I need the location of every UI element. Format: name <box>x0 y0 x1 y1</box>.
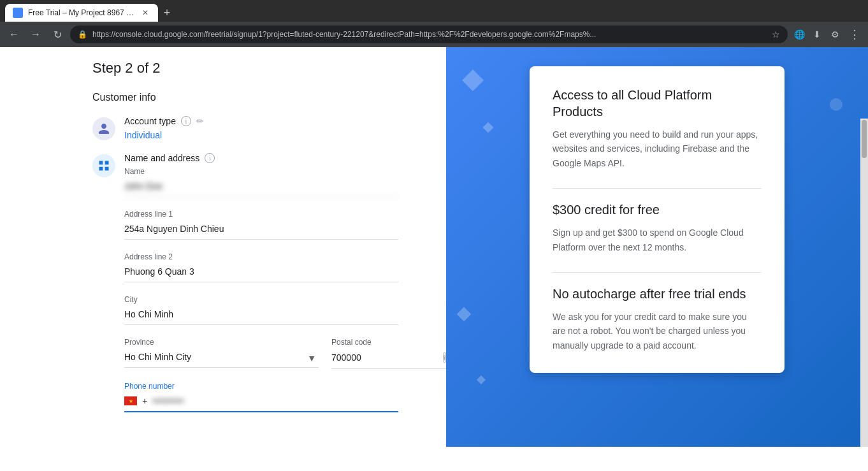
grid-svg <box>98 159 110 172</box>
promo-item-1: Access to all Cloud Platform Products Ge… <box>553 87 762 170</box>
left-panel: Step 2 of 2 Customer info Account type i… <box>0 47 446 447</box>
promo-item-2: $300 credit for free Sign up and get $30… <box>553 201 762 254</box>
promo-divider-1 <box>553 188 762 189</box>
vietnam-flag-icon <box>124 396 137 405</box>
ext-icon-1[interactable]: 🌐 <box>792 27 807 42</box>
name-address-info-icon[interactable]: i <box>205 153 215 163</box>
reload-button[interactable]: ↻ <box>48 25 66 43</box>
promo-item-1-title: Access to all Cloud Platform Products <box>553 87 762 120</box>
province-postal-row: Province Ho Chi Minh City ▼ Postal code … <box>124 338 446 369</box>
account-type-icon <box>92 117 115 140</box>
promo-item-2-title: $300 credit for free <box>553 201 762 218</box>
promo-item-3-desc: We ask you for your credit card to make … <box>553 310 762 352</box>
new-tab-button[interactable]: + <box>158 4 176 22</box>
person-svg <box>98 122 110 135</box>
address-bar-row: ← → ↻ 🔒 https://console.cloud.google.com… <box>0 22 868 47</box>
address-bar[interactable]: 🔒 https://console.cloud.google.com/freet… <box>70 25 788 43</box>
address1-label: Address line 1 <box>124 210 446 219</box>
ext-icon-3[interactable]: ⚙ <box>827 27 843 42</box>
active-tab[interactable]: Free Trial – My Project 8967 – G... ✕ <box>5 4 158 22</box>
promo-item-1-desc: Get everything you need to build and run… <box>553 127 762 170</box>
extension-icons: 🌐 ⬇ ⚙ <box>792 27 843 42</box>
address1-value[interactable]: 254a Nguyen Dinh Chieu <box>124 221 398 240</box>
province-label: Province <box>124 338 319 347</box>
account-type-edit-icon[interactable]: ✏ <box>196 116 204 126</box>
promo-item-3-title: No autocharge after free trial ends <box>553 286 762 302</box>
step-title: Step 2 of 2 <box>92 60 446 76</box>
name-address-label: Name and address <box>124 153 199 163</box>
customer-info-title: Customer info <box>92 92 446 103</box>
postal-input-wrapper: i <box>331 349 446 369</box>
promo-divider-2 <box>553 272 762 273</box>
name-value[interactable]: John Doe <box>124 178 398 197</box>
city-value[interactable]: Ho Chi Minh <box>124 307 398 325</box>
name-address-section: Name and address i Name John Doe Address… <box>92 153 446 425</box>
tab-title: Free Trial – My Project 8967 – G... <box>28 8 135 17</box>
account-type-section: Account type i ✏ Individual <box>92 116 446 140</box>
scrollbar-thumb[interactable] <box>862 120 867 158</box>
phone-number[interactable]: •••••••••• <box>152 396 398 406</box>
phone-label: Phone number <box>124 382 446 391</box>
address1-field-group: Address line 1 254a Nguyen Dinh Chieu <box>124 210 446 240</box>
right-panel: Access to all Cloud Platform Products Ge… <box>446 47 868 447</box>
phone-input-row: + •••••••••• <box>124 393 398 412</box>
tab-close-button[interactable]: ✕ <box>140 8 150 18</box>
name-address-header: Name and address i <box>124 153 446 163</box>
postal-label: Postal code <box>331 338 446 347</box>
account-type-info-icon[interactable]: i <box>181 116 191 126</box>
promo-card: Access to all Cloud Platform Products Ge… <box>530 66 785 373</box>
tabs-bar: Free Trial – My Project 8967 – G... ✕ + <box>0 0 868 22</box>
main-layout: Step 2 of 2 Customer info Account type i… <box>0 47 868 447</box>
bookmark-button[interactable]: ☆ <box>772 29 780 40</box>
postal-field-group: Postal code i <box>331 338 446 369</box>
promo-item-3: No autocharge after free trial ends We a… <box>553 286 762 352</box>
phone-field-group: Phone number + •••••••••• <box>124 382 446 412</box>
chrome-menu-button[interactable]: ⋮ <box>846 25 863 44</box>
province-select-wrapper: Ho Chi Minh City ▼ <box>124 349 319 368</box>
back-button[interactable]: ← <box>5 25 23 43</box>
name-address-content: Name and address i Name John Doe Address… <box>124 153 446 425</box>
ext-icon-2[interactable]: ⬇ <box>809 27 825 42</box>
promo-item-2-desc: Sign up and get $300 to spend on Google … <box>553 226 762 254</box>
tab-favicon <box>13 8 23 18</box>
address2-value[interactable]: Phuong 6 Quan 3 <box>124 264 398 282</box>
postal-input[interactable] <box>331 352 443 363</box>
name-label: Name <box>124 167 446 176</box>
account-type-header: Account type i ✏ <box>124 116 446 126</box>
province-field-group: Province Ho Chi Minh City ▼ <box>124 338 319 369</box>
lock-icon: 🔒 <box>78 30 87 39</box>
phone-code: + <box>142 396 147 406</box>
account-type-label: Account type <box>124 116 176 126</box>
name-address-icon <box>92 154 115 177</box>
forward-button[interactable]: → <box>27 25 45 43</box>
scrollbar[interactable] <box>860 119 868 447</box>
city-label: City <box>124 295 446 304</box>
city-field-group: City Ho Chi Minh <box>124 295 446 325</box>
name-field-group: Name John Doe <box>124 167 446 197</box>
address2-field-group: Address line 2 Phuong 6 Quan 3 <box>124 252 446 282</box>
province-select[interactable]: Ho Chi Minh City <box>124 352 319 362</box>
url-text: https://console.cloud.google.com/freetri… <box>92 30 767 39</box>
account-type-value: Individual <box>124 130 446 140</box>
account-type-content: Account type i ✏ Individual <box>124 116 446 140</box>
address2-label: Address line 2 <box>124 252 446 261</box>
